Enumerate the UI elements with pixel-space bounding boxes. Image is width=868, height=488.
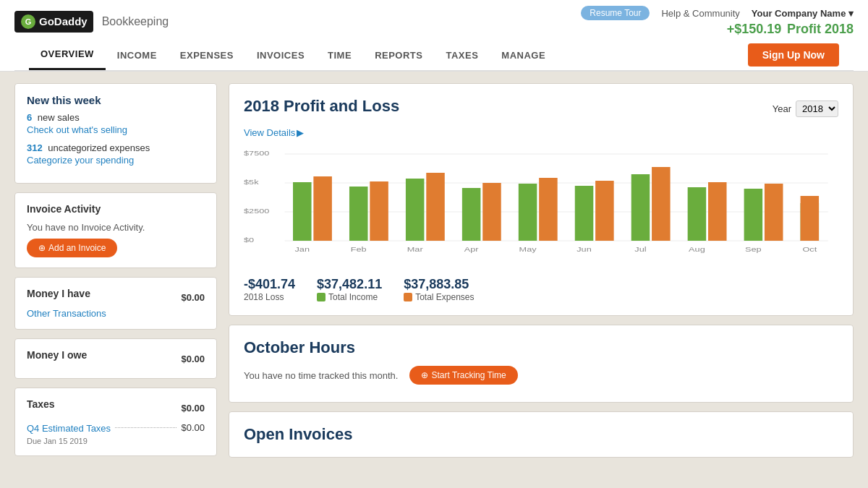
svg-rect-13 xyxy=(370,181,388,241)
svg-rect-15 xyxy=(426,173,445,241)
other-transactions-link[interactable]: Other Transactions xyxy=(27,308,205,319)
hours-row: You have no time tracked this month. ⊕ S… xyxy=(244,361,838,389)
signup-button[interactable]: Sign Up Now xyxy=(748,43,839,67)
q4-taxes-link[interactable]: Q4 Estimated Taxes xyxy=(27,423,111,434)
income-legend: Total Income xyxy=(317,292,382,302)
year-select[interactable]: 2018 2017 2016 xyxy=(796,100,838,117)
header: G GoDaddy Bookkeeping Resume Tour Help &… xyxy=(0,0,868,72)
profit-display: +$150.19 Profit 2018 xyxy=(727,22,854,37)
income-legend-dot xyxy=(317,293,326,301)
godaddy-text: GoDaddy xyxy=(39,15,88,27)
taxes-header: Taxes $0.00 xyxy=(27,398,205,417)
profit-loss-chart: $7500 $5k $2500 $0 xyxy=(244,147,838,262)
nav-item-manage[interactable]: MANAGE xyxy=(490,41,557,69)
money-owe-header: Money I owe $0.00 xyxy=(27,349,205,368)
view-details-arrow-icon: ▶ xyxy=(297,127,304,138)
stats-row: -$401.74 2018 Loss $37,482.11 Total Inco… xyxy=(244,270,838,302)
svg-rect-26 xyxy=(744,189,763,241)
nav: OVERVIEW INCOME EXPENSES INVOICES TIME R… xyxy=(14,40,854,71)
year-selector: Year 2018 2017 2016 xyxy=(773,100,838,117)
nav-item-expenses[interactable]: EXPENSES xyxy=(169,41,245,69)
svg-rect-19 xyxy=(539,178,558,241)
profit-label: Profit 2018 xyxy=(787,22,854,36)
resume-tour-button[interactable]: Resume Tour xyxy=(581,6,650,20)
nav-item-overview[interactable]: OVERVIEW xyxy=(29,40,106,70)
header-right: Resume Tour Help & Community Your Compan… xyxy=(581,6,854,37)
svg-rect-14 xyxy=(406,179,425,241)
check-selling-link[interactable]: Check out what's selling xyxy=(27,124,205,135)
logo-area: G GoDaddy Bookkeeping xyxy=(14,11,574,33)
svg-rect-21 xyxy=(595,181,614,241)
new-this-week-title: New this week xyxy=(27,94,205,106)
svg-text:G: G xyxy=(25,17,32,26)
money-have-title: Money I have xyxy=(27,288,90,299)
content-area: 2018 Profit and Loss Year 2018 2017 2016… xyxy=(229,83,854,466)
q4-taxes-row: Q4 Estimated Taxes $0.00 xyxy=(27,421,205,434)
svg-text:Oct: Oct xyxy=(802,246,817,253)
nav-item-time[interactable]: TIME xyxy=(316,41,363,69)
company-dropdown-arrow: ▾ xyxy=(848,8,854,19)
header-top: G GoDaddy Bookkeeping Resume Tour Help &… xyxy=(14,0,854,40)
profit-loss-header: 2018 Profit and Loss Year 2018 2017 2016 xyxy=(244,97,838,120)
add-invoice-label: Add an Invoice xyxy=(48,243,106,253)
svg-text:Jun: Jun xyxy=(576,246,592,253)
svg-text:$0: $0 xyxy=(244,236,254,244)
help-community-link[interactable]: Help & Community xyxy=(661,8,739,19)
company-name-dropdown[interactable]: Your Company Name ▾ xyxy=(752,8,854,19)
svg-rect-24 xyxy=(688,187,707,241)
svg-rect-22 xyxy=(631,174,650,241)
header-top-right: Resume Tour Help & Community Your Compan… xyxy=(581,6,854,20)
svg-text:May: May xyxy=(519,246,537,253)
godaddy-logo-icon: G xyxy=(20,14,36,30)
categorize-link[interactable]: Categorize your spending xyxy=(27,155,205,166)
year-label: Year xyxy=(773,103,791,114)
money-owe-card: Money I owe $0.00 xyxy=(14,338,217,379)
svg-rect-12 xyxy=(349,187,368,241)
nav-item-reports[interactable]: REPORTS xyxy=(363,41,434,69)
svg-rect-16 xyxy=(462,188,481,241)
nav-item-invoices[interactable]: INVOICES xyxy=(245,41,316,69)
q4-taxes-value: $0.00 xyxy=(181,422,205,433)
svg-rect-27 xyxy=(765,184,783,241)
view-details-link[interactable]: View Details ▶ xyxy=(244,127,838,138)
svg-rect-11 xyxy=(313,176,332,241)
svg-rect-10 xyxy=(293,182,312,241)
expenses-label: uncategorized expenses xyxy=(48,142,150,153)
expenses-label: Total Expenses xyxy=(415,292,474,302)
expenses-legend-dot xyxy=(404,293,412,301)
nav-item-taxes[interactable]: TAXES xyxy=(434,41,490,69)
profit-loss-section: 2018 Profit and Loss Year 2018 2017 2016… xyxy=(229,83,854,316)
open-invoices-title: Open Invoices xyxy=(244,425,838,444)
svg-text:Mar: Mar xyxy=(407,246,423,253)
open-invoices-section: Open Invoices xyxy=(229,411,854,458)
svg-text:Sep: Sep xyxy=(745,246,762,253)
start-tracking-button[interactable]: ⊕ Start Tracking Time xyxy=(409,366,517,385)
nav-item-income[interactable]: INCOME xyxy=(106,41,169,69)
money-have-header: Money I have $0.00 xyxy=(27,288,205,307)
invoice-activity-card: Invoice Activity You have no Invoice Act… xyxy=(14,192,217,268)
svg-rect-23 xyxy=(652,167,671,241)
income-stat: $37,482.11 Total Income xyxy=(317,277,382,302)
svg-rect-18 xyxy=(519,184,537,241)
no-invoice-text: You have no Invoice Activity. xyxy=(27,222,205,233)
money-have-value: $0.00 xyxy=(181,292,205,303)
godaddy-logo[interactable]: G GoDaddy xyxy=(14,11,93,33)
svg-text:$2500: $2500 xyxy=(244,207,269,215)
expenses-legend: Total Expenses xyxy=(404,292,474,302)
svg-text:$7500: $7500 xyxy=(244,150,269,157)
invoice-activity-title: Invoice Activity xyxy=(27,203,205,215)
sales-section: 6 new sales Check out what's selling xyxy=(27,112,205,135)
money-have-card: Money I have $0.00 Other Transactions xyxy=(14,277,217,330)
add-invoice-button[interactable]: ⊕ Add an Invoice xyxy=(27,239,117,257)
svg-text:Feb: Feb xyxy=(351,246,367,253)
sales-count: 6 xyxy=(27,112,32,123)
money-owe-value: $0.00 xyxy=(181,354,205,364)
expenses-value: $37,883.85 xyxy=(404,277,474,292)
start-tracking-label: Start Tracking Time xyxy=(431,370,506,380)
money-owe-title: Money I owe xyxy=(27,349,87,361)
income-value: $37,482.11 xyxy=(317,277,382,292)
october-hours-title: October Hours xyxy=(244,338,838,357)
new-this-week-card: New this week 6 new sales Check out what… xyxy=(14,83,217,184)
income-label: Total Income xyxy=(328,292,378,302)
bar-chart: $7500 $5k $2500 $0 xyxy=(244,147,838,262)
